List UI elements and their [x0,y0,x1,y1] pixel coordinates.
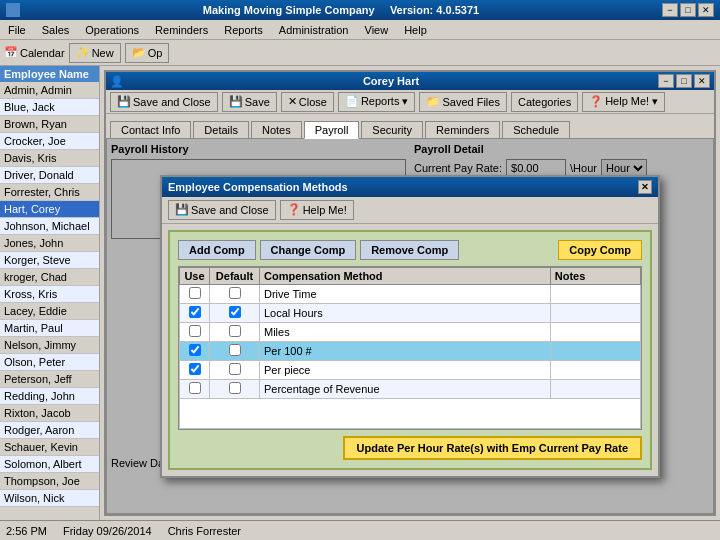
sidebar-item-korger-steve[interactable]: Korger, Steve [0,252,99,269]
app-title: Making Moving Simple Company Version: 4.… [20,4,662,16]
status-user: Chris Forrester [168,525,241,537]
sidebar-item-schauer-kevin[interactable]: Schauer, Kevin [0,439,99,456]
sidebar-item-davis-kris[interactable]: Davis, Kris [0,150,99,167]
save-close-button[interactable]: 💾 Save and Close [110,92,218,112]
sidebar-item-driver-donald[interactable]: Driver, Donald [0,167,99,184]
tab-security[interactable]: Security [361,121,423,138]
modal-help-button[interactable]: ❓ Help Me! [280,200,354,220]
sidebar-item-crocker-joe[interactable]: Crocker, Joe [0,133,99,150]
reports-button[interactable]: 📄 Reports ▾ [338,92,416,112]
sidebar-item-olson-peter[interactable]: Olson, Peter [0,354,99,371]
sidebar-item-redding-john[interactable]: Redding, John [0,388,99,405]
sidebar-item-jones-john[interactable]: Jones, John [0,235,99,252]
sidebar-item-admin-admin[interactable]: Admin, Admin [0,82,99,99]
calendar-icon: 📅 [4,46,18,59]
update-pay-rate-button[interactable]: Update Per Hour Rate(s) with Emp Current… [343,436,642,460]
employee-sidebar: Employee Name Admin, Admin Blue, Jack Br… [0,66,100,520]
remove-comp-button[interactable]: Remove Comp [360,240,459,260]
change-comp-button[interactable]: Change Comp [260,240,357,260]
sidebar-item-brown-ryan[interactable]: Brown, Ryan [0,116,99,133]
sidebar-item-thompson-joe[interactable]: Thompson, Joe [0,473,99,490]
tab-payroll[interactable]: Payroll [304,121,360,139]
notes-cell-2 [550,322,640,341]
modal-content-area: Add Comp Change Comp Remove Comp Copy Co… [168,230,652,470]
sidebar-item-solomon-albert[interactable]: Solomon, Albert [0,456,99,473]
use-checkbox-5[interactable] [189,382,201,394]
close-button[interactable]: ✕ [698,3,714,17]
modal-close-button[interactable]: ✕ [638,180,652,194]
menu-view[interactable]: View [361,23,393,37]
table-row[interactable]: Per 100 # [180,341,641,360]
default-checkbox-2[interactable] [229,325,241,337]
tab-details[interactable]: Details [193,121,249,138]
default-checkbox-1[interactable] [229,306,241,318]
menu-sales[interactable]: Sales [38,23,74,37]
saved-files-button[interactable]: 📁 Saved Files [419,92,506,112]
tab-notes[interactable]: Notes [251,121,302,138]
use-checkbox-2[interactable] [189,325,201,337]
sidebar-item-martin-paul[interactable]: Martin, Paul [0,320,99,337]
open-button[interactable]: 📂 Op [125,43,170,63]
menu-reminders[interactable]: Reminders [151,23,212,37]
default-checkbox-3[interactable] [229,344,241,356]
calendar-label: Calendar [20,47,65,59]
menu-reports[interactable]: Reports [220,23,267,37]
new-button[interactable]: ✨ New [69,43,121,63]
sidebar-item-nelson-jimmy[interactable]: Nelson, Jimmy [0,337,99,354]
table-row[interactable]: Local Hours [180,303,641,322]
sidebar-item-rixton-jacob[interactable]: Rixton, Jacob [0,405,99,422]
table-row[interactable]: Miles [180,322,641,341]
menu-help[interactable]: Help [400,23,431,37]
copy-comp-button[interactable]: Copy Comp [558,240,642,260]
method-cell-5: Percentage of Revenue [260,379,551,398]
menu-file[interactable]: File [4,23,30,37]
notes-cell-0 [550,284,640,303]
tab-bar: Contact Info Details Notes Payroll Secur… [106,114,714,138]
sidebar-item-peterson-jeff[interactable]: Peterson, Jeff [0,371,99,388]
use-checkbox-1[interactable] [189,306,201,318]
default-checkbox-5[interactable] [229,382,241,394]
tab-contact-info[interactable]: Contact Info [110,121,191,138]
sidebar-item-forrester-chris[interactable]: Forrester, Chris [0,184,99,201]
menu-administration[interactable]: Administration [275,23,353,37]
method-cell-0: Drive Time [260,284,551,303]
col-use: Use [180,267,210,284]
save-icon: 💾 [229,95,243,108]
categories-button[interactable]: Categories [511,92,578,112]
help-button[interactable]: ❓ Help Me! ▾ [582,92,665,112]
minimize-button[interactable]: − [662,3,678,17]
inner-close-button[interactable]: ✕ [694,74,710,88]
maximize-button[interactable]: □ [680,3,696,17]
inner-minimize-button[interactable]: − [658,74,674,88]
sidebar-header: Employee Name [0,66,99,82]
table-row[interactable]: Drive Time [180,284,641,303]
use-checkbox-3[interactable] [189,344,201,356]
default-checkbox-0[interactable] [229,287,241,299]
sidebar-item-rodger-aaron[interactable]: Rodger, Aaron [0,422,99,439]
sidebar-item-wilson-nick[interactable]: Wilson, Nick [0,490,99,507]
sidebar-item-hart-corey[interactable]: Hart, Corey [0,201,99,218]
sidebar-item-blue-jack[interactable]: Blue, Jack [0,99,99,116]
close-icon: ✕ [288,95,297,108]
status-time: 2:56 PM [6,525,47,537]
inner-toolbar: 💾 Save and Close 💾 Save ✕ Close 📄 Report… [106,90,714,114]
default-checkbox-4[interactable] [229,363,241,375]
table-row[interactable]: Per piece [180,360,641,379]
save-button[interactable]: 💾 Save [222,92,277,112]
use-checkbox-4[interactable] [189,363,201,375]
inner-window-icon: 👤 [110,75,124,88]
menu-operations[interactable]: Operations [81,23,143,37]
sidebar-item-lacey-eddie[interactable]: Lacey, Eddie [0,303,99,320]
sidebar-item-kroger-chad[interactable]: kroger, Chad [0,269,99,286]
modal-buttons-area: Add Comp Change Comp Remove Comp Copy Co… [178,240,642,260]
inner-maximize-button[interactable]: □ [676,74,692,88]
tab-reminders[interactable]: Reminders [425,121,500,138]
modal-save-close-button[interactable]: 💾 Save and Close [168,200,276,220]
use-checkbox-0[interactable] [189,287,201,299]
add-comp-button[interactable]: Add Comp [178,240,256,260]
tab-schedule[interactable]: Schedule [502,121,570,138]
close-button-inner[interactable]: ✕ Close [281,92,334,112]
sidebar-item-kross-kris[interactable]: Kross, Kris [0,286,99,303]
table-row[interactable]: Percentage of Revenue [180,379,641,398]
sidebar-item-johnson-michael[interactable]: Johnson, Michael [0,218,99,235]
